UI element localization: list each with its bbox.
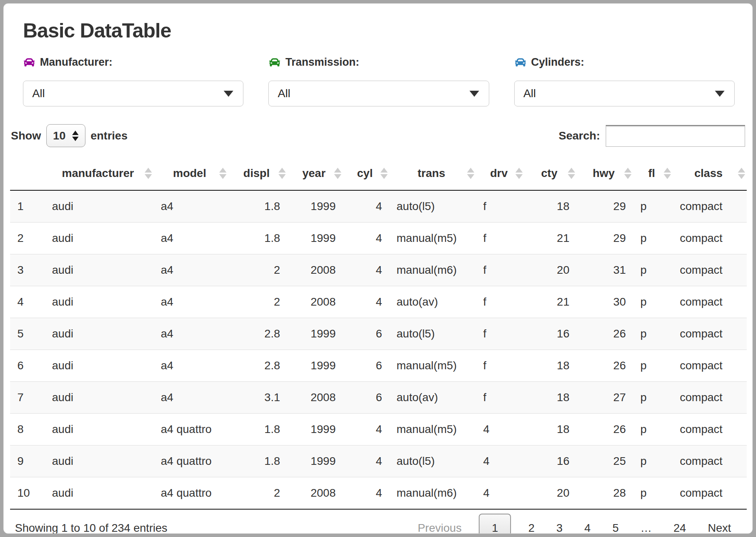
table-cell: compact <box>673 382 747 414</box>
transmission-select[interactable]: All <box>268 81 489 106</box>
chevron-down-icon <box>224 91 233 97</box>
previous-page-button: Previous <box>407 516 472 534</box>
search-control: Search: <box>559 125 745 147</box>
table-cell: 2008 <box>287 477 343 510</box>
chevron-down-icon <box>715 91 725 97</box>
table-cell: 2 <box>228 254 287 286</box>
table-cell: compact <box>673 286 747 318</box>
column-label: cty <box>541 167 557 179</box>
column-label: fl <box>648 167 655 179</box>
manufacturer-select[interactable]: All <box>23 81 243 106</box>
table-cell: 1.8 <box>228 414 287 445</box>
table-cell: audi <box>45 223 154 254</box>
table-cell: compact <box>673 223 747 254</box>
page-button-24[interactable]: 24 <box>663 516 697 534</box>
table-cell: 21 <box>524 286 577 318</box>
column-label: hwy <box>593 167 615 179</box>
table-cell: p <box>633 286 673 318</box>
pagination-ellipsis: … <box>629 516 663 534</box>
table-cell: audi <box>45 286 154 318</box>
entries-info: Showing 1 to 10 of 234 entries <box>15 522 167 534</box>
table-cell: audi <box>45 382 154 414</box>
column-label: year <box>302 167 326 179</box>
table-cell: 4 <box>343 414 389 445</box>
table-cell: f <box>476 350 524 382</box>
column-header-drv[interactable]: drv <box>476 157 524 190</box>
table-cell: p <box>633 445 673 477</box>
column-label: drv <box>490 167 508 179</box>
page-button-3[interactable]: 3 <box>546 516 574 534</box>
column-header-cyl[interactable]: cyl <box>343 157 389 190</box>
selected-value: All <box>278 87 290 100</box>
table-cell: 20 <box>524 254 577 286</box>
filter-label-text: Manufacturer: <box>40 56 112 69</box>
table-row: 9audia4 quattro1.819994auto(l5)41625pcom… <box>10 445 747 477</box>
column-header-year[interactable]: year <box>287 157 343 190</box>
sort-arrows-icon <box>467 168 474 179</box>
table-cell: 4 <box>343 190 389 223</box>
cylinders-select[interactable]: All <box>514 81 735 106</box>
table-cell: 31 <box>577 254 633 286</box>
filter-label-text: Transmission: <box>285 56 359 69</box>
page-length-select[interactable]: 10 <box>46 124 85 147</box>
sort-arrows-icon <box>219 168 226 179</box>
sort-arrows-icon <box>278 168 286 179</box>
page-button-5[interactable]: 5 <box>602 516 630 534</box>
table-cell: 1999 <box>287 414 343 445</box>
column-header-displ[interactable]: displ <box>228 157 287 190</box>
page-title: Basic DataTable <box>23 19 739 42</box>
table-body: 1audia41.819994auto(l5)f1829pcompact2aud… <box>10 190 747 509</box>
table-cell: 5 <box>10 318 45 350</box>
table-cell: audi <box>45 190 154 223</box>
table-cell: 30 <box>577 286 633 318</box>
filter-transmission: Transmission:All <box>268 56 489 106</box>
table-header: manufacturermodeldisplyearcyltransdrvcty… <box>10 157 747 190</box>
car-icon <box>514 57 527 68</box>
table-cell: auto(av) <box>389 382 476 414</box>
sort-arrows-icon <box>515 168 523 179</box>
column-header-fl[interactable]: fl <box>633 157 673 190</box>
table-cell: 8 <box>10 414 45 445</box>
search-input[interactable] <box>606 125 745 147</box>
column-header-cty[interactable]: cty <box>524 157 577 190</box>
page-button-1[interactable]: 1 <box>479 514 511 534</box>
next-page-button[interactable]: Next <box>697 516 742 534</box>
table-cell: a4 <box>154 254 228 286</box>
table-cell: 26 <box>577 318 633 350</box>
sort-arrows-icon <box>568 168 575 179</box>
column-header-class[interactable]: class <box>673 157 747 190</box>
table-cell: p <box>633 350 673 382</box>
table-row: 1audia41.819994auto(l5)f1829pcompact <box>10 190 747 223</box>
table-cell: 2008 <box>287 382 343 414</box>
column-label: manufacturer <box>62 167 134 179</box>
table-cell: audi <box>45 445 154 477</box>
table-cell: 2 <box>228 286 287 318</box>
table-cell: 18 <box>524 350 577 382</box>
filter-manufacturer: Manufacturer:All <box>23 56 243 106</box>
table-cell: 9 <box>10 445 45 477</box>
page-button-4[interactable]: 4 <box>573 516 602 534</box>
table-row: 8audia4 quattro1.819994manual(m5)41826pc… <box>10 414 747 445</box>
table-cell: 1.8 <box>228 223 287 254</box>
table-cell: 1999 <box>287 318 343 350</box>
table-cell: 4 <box>476 477 524 510</box>
table-cell: 1999 <box>287 350 343 382</box>
table-cell: 1.8 <box>228 190 287 223</box>
table-cell: 2008 <box>287 286 343 318</box>
page-button-2[interactable]: 2 <box>517 516 546 534</box>
table-cell: 2.8 <box>228 318 287 350</box>
table-cell: 4 <box>343 254 389 286</box>
filter-label: Manufacturer: <box>23 56 243 69</box>
column-label: class <box>694 167 723 179</box>
search-label: Search: <box>559 129 600 142</box>
column-header-model[interactable]: model <box>154 157 228 190</box>
column-header-manufacturer[interactable]: manufacturer <box>45 157 154 190</box>
table-controls: Show 10 entries Search: <box>11 124 745 147</box>
column-header-trans[interactable]: trans <box>389 157 476 190</box>
column-header-hwy[interactable]: hwy <box>577 157 633 190</box>
table-cell: 10 <box>10 477 45 510</box>
table-cell: compact <box>673 350 747 382</box>
table-cell: a4 quattro <box>154 414 228 445</box>
entries-label: entries <box>91 129 128 142</box>
table-cell: compact <box>673 477 747 510</box>
